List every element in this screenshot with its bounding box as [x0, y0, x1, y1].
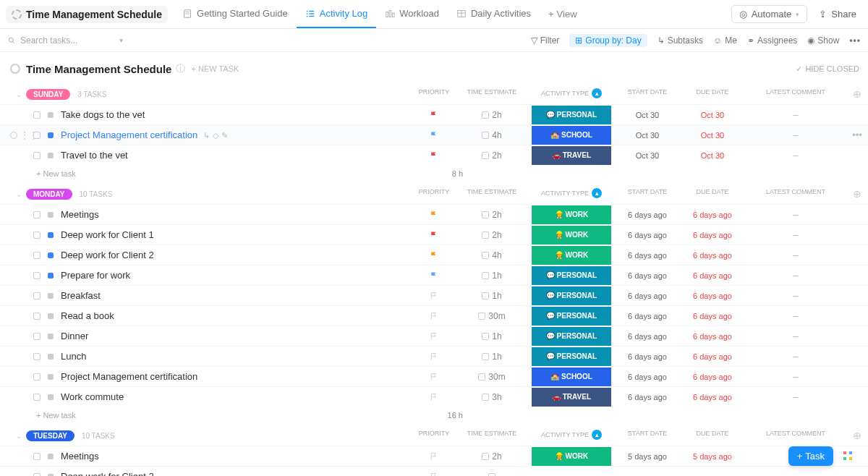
activity-type-pill[interactable]: 👷 WORK: [532, 226, 611, 245]
day-badge[interactable]: MONDAY: [26, 189, 72, 200]
col-due-date[interactable]: DUE DATE: [680, 88, 745, 100]
task-name[interactable]: Prepare for work: [61, 270, 412, 281]
task-name[interactable]: Project Management certification↳◇✎: [61, 129, 412, 140]
due-date-cell[interactable]: 6 days ago: [680, 231, 745, 239]
priority-cell[interactable]: [412, 292, 456, 300]
status-indicator[interactable]: [48, 232, 54, 238]
col-priority[interactable]: PRIORITY: [412, 88, 456, 100]
task-row[interactable]: Project Management certification30m🏫 SCH…: [0, 366, 868, 386]
status-indicator[interactable]: [48, 354, 54, 360]
comment-cell[interactable]: –: [745, 109, 846, 120]
due-date-cell[interactable]: 6 days ago: [680, 332, 745, 341]
comment-cell[interactable]: –: [745, 229, 846, 240]
activity-type-pill[interactable]: 💬 PERSONAL: [532, 327, 611, 346]
estimate-cell[interactable]: 1h: [456, 331, 528, 341]
task-name[interactable]: Deep work for Client 2: [61, 250, 412, 260]
automate-button[interactable]: ◎ Automate ▾: [731, 5, 808, 23]
status-indicator[interactable]: [48, 454, 54, 459]
due-date-cell[interactable]: 6 days ago: [680, 211, 745, 219]
activity-type-pill[interactable]: 👷 WORK: [532, 205, 611, 224]
status-indicator[interactable]: [48, 374, 54, 380]
tab-daily-activities[interactable]: Daily Activities: [448, 0, 540, 28]
task-checkbox[interactable]: [33, 252, 41, 259]
activity-type-pill[interactable]: 💬 PERSONAL: [532, 266, 611, 285]
estimate-cell[interactable]: 4h: [456, 130, 528, 140]
estimate-cell[interactable]: 2h: [456, 230, 528, 240]
comment-cell[interactable]: –: [745, 209, 846, 220]
activity-type-pill[interactable]: 👷 WORK: [532, 447, 611, 466]
estimate-cell[interactable]: 1h: [456, 291, 528, 301]
priority-cell[interactable]: [412, 251, 456, 260]
task-checkbox[interactable]: [33, 333, 41, 340]
due-date-cell[interactable]: Oct 30: [680, 111, 745, 119]
activity-type-pill[interactable]: 💬 PERSONAL: [532, 286, 611, 305]
estimate-cell[interactable]: [456, 473, 528, 477]
task-name[interactable]: Take dogs to the vet: [61, 109, 412, 120]
add-view-button[interactable]: + View: [540, 9, 586, 20]
task-checkbox[interactable]: [33, 313, 41, 320]
start-date-cell[interactable]: 6 days ago: [615, 312, 680, 320]
task-checkbox[interactable]: [33, 353, 41, 360]
task-checkbox[interactable]: [33, 152, 41, 159]
activity-type-pill[interactable]: 💬 PERSONAL: [532, 307, 611, 326]
task-checkbox[interactable]: [33, 292, 41, 299]
comment-cell[interactable]: –: [745, 150, 846, 161]
priority-cell[interactable]: [412, 111, 456, 119]
row-more-button[interactable]: •••: [846, 129, 868, 140]
start-date-cell[interactable]: Oct 30: [615, 111, 680, 119]
status-indicator[interactable]: [48, 212, 54, 218]
tab-workload[interactable]: Workload: [376, 0, 448, 28]
drag-handle-icon[interactable]: ⋮⋮: [20, 130, 38, 140]
priority-cell[interactable]: [412, 452, 456, 461]
task-name[interactable]: Dinner: [61, 331, 412, 341]
status-indicator[interactable]: [48, 132, 54, 138]
share-button[interactable]: ⇪ Share: [813, 6, 862, 22]
info-icon[interactable]: ⓘ: [176, 62, 185, 75]
comment-cell[interactable]: –: [745, 290, 846, 301]
activity-type-pill[interactable]: 🚗 TRAVEL: [532, 388, 611, 407]
col-activity-type[interactable]: ACTIVITY TYPE▴: [528, 430, 615, 441]
estimate-cell[interactable]: 2h: [456, 150, 528, 161]
start-date-cell[interactable]: 6 days ago: [615, 271, 680, 280]
estimate-cell[interactable]: 1h: [456, 271, 528, 281]
col-time-estimate[interactable]: TIME ESTIMATE: [456, 430, 528, 441]
select-circle-icon[interactable]: [10, 132, 17, 139]
status-indicator[interactable]: [48, 333, 54, 339]
task-name[interactable]: Deep work for Client 2: [61, 471, 412, 476]
assignees-button[interactable]: ⚭Assignees: [747, 35, 797, 46]
status-indicator[interactable]: [48, 313, 54, 319]
me-button[interactable]: ☺Me: [713, 35, 737, 46]
col-due-date[interactable]: DUE DATE: [680, 188, 745, 200]
status-indicator[interactable]: [48, 252, 54, 258]
task-name[interactable]: Work commute: [61, 391, 412, 402]
priority-cell[interactable]: [412, 231, 456, 239]
tab-getting-started[interactable]: Getting Started Guide: [174, 0, 297, 28]
due-date-cell[interactable]: 6 days ago: [680, 271, 745, 280]
task-name[interactable]: Read a book: [61, 310, 412, 321]
task-name[interactable]: Breakfast: [61, 290, 412, 301]
show-button[interactable]: ◉Show: [807, 35, 839, 46]
task-row[interactable]: Breakfast1h💬 PERSONAL6 days ago6 days ag…: [0, 285, 868, 305]
list-status-icon[interactable]: [10, 64, 20, 74]
search-input[interactable]: Search tasks... ▾: [7, 35, 123, 46]
priority-cell[interactable]: [412, 151, 456, 160]
start-date-cell[interactable]: 6 days ago: [615, 352, 680, 361]
day-badge[interactable]: TUESDAY: [26, 430, 75, 441]
priority-cell[interactable]: [412, 312, 456, 320]
comment-cell[interactable]: –: [745, 331, 846, 341]
due-date-cell[interactable]: Oct 30: [680, 151, 745, 160]
col-activity-type[interactable]: ACTIVITY TYPE▴: [528, 88, 615, 100]
task-row[interactable]: Meetings2h👷 WORK6 days ago6 days ago–: [0, 204, 868, 224]
task-name[interactable]: Travel to the vet: [61, 150, 412, 161]
comment-cell[interactable]: –: [745, 351, 846, 362]
col-latest-comment[interactable]: LATEST COMMENT: [745, 188, 846, 200]
new-task-fab[interactable]: + Task: [788, 446, 833, 466]
start-date-cell[interactable]: 5 days ago: [615, 452, 680, 461]
priority-cell[interactable]: [412, 211, 456, 219]
start-date-cell[interactable]: Oct 30: [615, 151, 680, 160]
task-row[interactable]: Take dogs to the vet2h💬 PERSONALOct 30Oc…: [0, 104, 868, 124]
filter-button[interactable]: ▽Filter: [531, 35, 560, 46]
start-date-cell[interactable]: 6 days ago: [615, 292, 680, 300]
estimate-cell[interactable]: 2h: [456, 210, 528, 220]
task-checkbox[interactable]: [33, 394, 41, 401]
